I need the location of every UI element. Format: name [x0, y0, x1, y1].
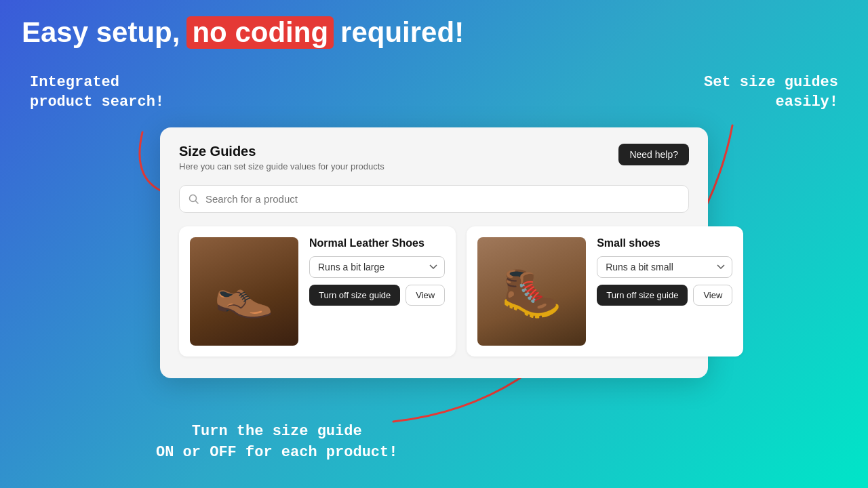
card-subtitle: Here you can set size guide values for y… — [179, 161, 384, 171]
card-header: Size Guides Here you can set size guide … — [179, 144, 689, 171]
svg-line-5 — [196, 201, 199, 203]
product-info-leather: Normal Leather Shoes Runs a bit large Ru… — [309, 237, 445, 306]
view-button-leather[interactable]: View — [406, 285, 445, 306]
search-input[interactable] — [179, 185, 689, 213]
size-select-boot[interactable]: Runs a bit large Runs true to size Runs … — [597, 256, 732, 278]
headline-suffix: required! — [340, 16, 464, 49]
annotation-turn-on-off: Turn the size guide ON or OFF for each p… — [156, 422, 397, 464]
search-icon — [189, 194, 199, 205]
view-button-boot[interactable]: View — [693, 285, 732, 306]
product-name-boot: Small shoes — [597, 237, 732, 249]
headline: Easy setup, no coding required! — [22, 16, 464, 49]
annotation-integrated-search: Integrated product search! — [30, 73, 164, 112]
product-name-leather: Normal Leather Shoes — [309, 237, 445, 249]
headline-prefix: Easy setup, — [22, 16, 180, 49]
product-info-boot: Small shoes Runs a bit large Runs true t… — [597, 237, 732, 306]
product-grid: Normal Leather Shoes Runs a bit large Ru… — [179, 226, 689, 357]
annotation-size-guides: Set size guides easily! — [704, 73, 838, 112]
turn-off-size-guide-button-boot[interactable]: Turn off size guide — [597, 285, 688, 306]
headline-highlight: no coding — [186, 16, 334, 49]
need-help-button[interactable]: Need help? — [618, 144, 689, 165]
turn-off-size-guide-button-leather[interactable]: Turn off size guide — [309, 285, 400, 306]
product-image-leather — [190, 237, 298, 346]
product-actions-boot: Turn off size guide View — [597, 285, 732, 306]
size-guides-card: Size Guides Here you can set size guide … — [160, 127, 708, 378]
product-image-boot — [477, 237, 586, 346]
search-container — [179, 185, 689, 213]
product-card-boot: Small shoes Runs a bit large Runs true t… — [467, 226, 743, 357]
size-select-leather[interactable]: Runs a bit large Runs true to size Runs … — [309, 256, 445, 278]
product-card-leather: Normal Leather Shoes Runs a bit large Ru… — [179, 226, 456, 357]
product-actions-leather: Turn off size guide View — [309, 285, 445, 306]
card-title: Size Guides — [179, 144, 384, 159]
